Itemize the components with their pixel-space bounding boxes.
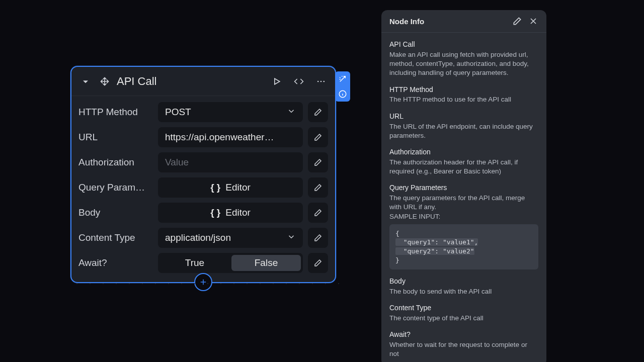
node-body: HTTP Method POST URL https://api.openwea…: [71, 96, 335, 282]
run-button[interactable]: [270, 74, 284, 88]
http-method-select[interactable]: POST: [158, 102, 303, 122]
editor-label: Editor: [225, 207, 251, 218]
info-panel-title: Node Info: [389, 17, 424, 26]
url-input[interactable]: https://api.openweather…: [158, 127, 303, 147]
pencil-icon: [313, 208, 323, 217]
field-label: Content Type: [78, 232, 153, 243]
section-title: HTTP Method: [389, 85, 538, 95]
field-authorization: Authorization Value: [78, 152, 328, 172]
info-section-api-call: API Call Make an API call using fetch wi…: [389, 40, 538, 78]
body-editor-button[interactable]: { } Editor: [158, 203, 303, 223]
section-title: Content Type: [389, 303, 538, 313]
code-icon: [294, 76, 304, 86]
close-icon: [528, 16, 538, 26]
edit-query-params-button[interactable]: [308, 177, 328, 198]
sample-input-label: SAMPLE INPUT:: [389, 212, 538, 221]
pencil-icon: [313, 258, 323, 267]
svg-point-1: [320, 80, 322, 82]
chevron-down-icon: [287, 107, 296, 118]
section-desc: Whether to wait for the request to compl…: [389, 340, 538, 358]
info-section-http-method: HTTP Method The HTTP method to use for t…: [389, 85, 538, 105]
field-label: URL: [78, 132, 153, 143]
caret-down-icon: [80, 76, 91, 86]
field-label: Authorization: [78, 157, 153, 168]
section-title: Query Parameters: [389, 183, 538, 193]
pencil-icon: [313, 133, 323, 142]
info-section-url: URL The URL of the API endpoint, can inc…: [389, 112, 538, 140]
info-panel-body: API Call Make an API call using fetch wi…: [381, 33, 546, 359]
info-section-await: Await? Whether to wait for the request t…: [389, 330, 538, 358]
node-side-tabs: [335, 71, 350, 102]
select-value: POST: [165, 107, 191, 118]
edit-info-button[interactable]: [512, 16, 522, 26]
node-info-panel: Node Info API Call Make an API call usin…: [381, 10, 546, 362]
info-section-authorization: Authorization The authorization header f…: [389, 147, 538, 176]
more-menu-button[interactable]: [314, 74, 328, 88]
field-http-method: HTTP Method POST: [78, 102, 328, 122]
info-tab[interactable]: [335, 86, 350, 102]
await-true-option[interactable]: True: [160, 255, 229, 271]
field-query-params: Query Param… { } Editor: [78, 177, 328, 198]
section-desc: The query parameters for the API call, m…: [389, 194, 538, 212]
edit-body-button[interactable]: [308, 203, 328, 223]
sample-input-code: { "query1": "value1", "query2": "value2"…: [389, 224, 538, 269]
info-section-query-params: Query Parameters The query parameters fo…: [389, 183, 538, 269]
field-await: Await? True False: [78, 253, 328, 273]
section-title: Await?: [389, 330, 538, 339]
section-desc: The content type of the API call: [389, 314, 538, 323]
section-desc: The HTTP method to use for the API call: [389, 95, 538, 104]
select-value: application/json: [165, 232, 231, 243]
pencil-icon: [512, 16, 522, 26]
move-icon: [100, 76, 110, 86]
info-panel-header: Node Info: [381, 10, 546, 33]
edit-content-type-button[interactable]: [308, 228, 328, 248]
pencil-icon: [313, 233, 323, 242]
info-icon: [338, 89, 347, 99]
edit-await-button[interactable]: [308, 253, 328, 273]
drag-handle[interactable]: [98, 74, 112, 88]
field-label: Body: [78, 207, 153, 218]
field-label: Query Param…: [78, 182, 153, 193]
info-section-body: Body The body to send with the API call: [389, 277, 538, 296]
section-desc: The body to send with the API call: [389, 287, 538, 296]
close-info-button[interactable]: [528, 16, 538, 26]
field-content-type: Content Type application/json: [78, 228, 328, 248]
magic-wand-icon: [338, 74, 347, 83]
field-body: Body { } Editor: [78, 203, 328, 223]
field-url: URL https://api.openweather…: [78, 127, 328, 147]
pencil-icon: [313, 183, 323, 192]
braces-icon: { }: [210, 182, 220, 193]
more-horizontal-icon: [316, 76, 326, 86]
ai-magic-tab[interactable]: [335, 71, 350, 86]
chevron-down-icon: [287, 232, 296, 244]
field-label: Await?: [78, 257, 153, 268]
editor-label: Editor: [225, 182, 251, 193]
content-type-select[interactable]: application/json: [158, 228, 303, 248]
section-title: API Call: [389, 40, 538, 49]
braces-icon: { }: [210, 207, 220, 218]
play-icon: [272, 76, 282, 86]
await-false-option[interactable]: False: [231, 255, 301, 271]
input-placeholder: Value: [165, 157, 189, 168]
api-call-node: API Call HTTP Method POST: [70, 66, 336, 283]
svg-point-2: [324, 80, 325, 82]
edit-url-button[interactable]: [308, 127, 328, 147]
node-title: API Call: [117, 75, 156, 88]
view-code-button[interactable]: [292, 74, 306, 88]
pencil-icon: [313, 108, 323, 117]
svg-point-0: [317, 80, 319, 82]
section-desc: The URL of the API endpoint, can include…: [389, 122, 538, 140]
edit-http-method-button[interactable]: [308, 102, 328, 122]
section-title: URL: [389, 112, 538, 121]
pencil-icon: [313, 158, 323, 167]
section-title: Authorization: [389, 147, 538, 157]
section-title: Body: [389, 277, 538, 286]
authorization-input[interactable]: Value: [158, 152, 303, 172]
section-desc: The authorization header for the API cal…: [389, 158, 538, 176]
input-value: https://api.openweather…: [165, 132, 274, 143]
edit-authorization-button[interactable]: [308, 152, 328, 172]
info-section-content-type: Content Type The content type of the API…: [389, 303, 538, 323]
query-params-editor-button[interactable]: { } Editor: [158, 177, 303, 198]
collapse-toggle[interactable]: [78, 74, 93, 88]
field-label: HTTP Method: [78, 107, 153, 118]
